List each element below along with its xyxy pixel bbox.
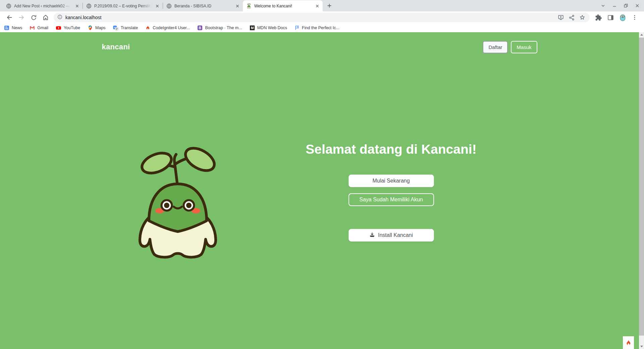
- close-window-button[interactable]: [634, 2, 641, 9]
- kancani-mascot-icon: [246, 3, 252, 9]
- start-button[interactable]: Mulai Sekarang: [348, 174, 434, 187]
- login-button[interactable]: Masuk: [511, 41, 537, 53]
- tab-title: Beranda - SIBISA.ID: [174, 4, 232, 8]
- hero-section: Selamat datang di Kancani! Mulai Sekaran…: [304, 142, 478, 242]
- tab-welcome-kancani[interactable]: Welcome to Kancani!: [243, 0, 323, 11]
- bookmark-news[interactable]: News: [4, 25, 22, 31]
- brand-logo[interactable]: kancani: [102, 43, 130, 51]
- download-icon: [369, 232, 375, 239]
- browser-tab-strip: Add New Post ‹ michaelrk02 — P.2019/09.0…: [0, 0, 644, 11]
- header-nav: Daftar Masuk: [483, 41, 537, 53]
- page-scrollbar[interactable]: [639, 32, 644, 349]
- bookmarks-bar: News Gmail YouTube Maps G Translate Code…: [0, 23, 644, 32]
- svg-text:M: M: [251, 26, 254, 30]
- url-text[interactable]: kancani.localhost: [65, 15, 554, 20]
- share-icon[interactable]: [568, 13, 576, 21]
- extensions-puzzle-icon[interactable]: [594, 13, 603, 22]
- window-controls: [600, 0, 641, 11]
- browser-toolbar: kancani.localhost: [0, 11, 644, 23]
- cta-buttons: Mulai Sekarang Saya Sudah Memiliki Akun …: [304, 174, 478, 242]
- google-news-icon: [4, 25, 9, 31]
- bootstrap-icon: B: [197, 25, 203, 31]
- forward-button[interactable]: [17, 13, 26, 22]
- side-panel-icon[interactable]: [606, 13, 615, 22]
- google-maps-icon: [88, 25, 93, 31]
- globe-icon: [6, 3, 11, 9]
- gmail-icon: [30, 25, 35, 31]
- bookmark-translate[interactable]: G Translate: [113, 25, 138, 31]
- globe-icon: [166, 3, 172, 9]
- codeigniter-debugbar-toggle[interactable]: [623, 336, 634, 349]
- gopher-extension-icon[interactable]: [618, 13, 627, 22]
- bookmark-bootstrap[interactable]: B Bootstrap · The m...: [197, 25, 242, 31]
- back-button[interactable]: [5, 13, 14, 22]
- svg-text:B: B: [199, 26, 202, 30]
- install-pwa-icon[interactable]: [557, 13, 565, 21]
- reload-button[interactable]: [29, 13, 38, 22]
- close-tab-icon[interactable]: [234, 3, 240, 9]
- tab-evoting[interactable]: P.2019/09.02 – E-voting Pemilih: [83, 0, 163, 11]
- bookmark-codeigniter[interactable]: CodeIgniter4 User...: [145, 25, 190, 31]
- site-header: kancani Daftar Masuk: [102, 32, 537, 62]
- bookmark-maps[interactable]: Maps: [88, 25, 106, 31]
- globe-icon: [86, 3, 92, 9]
- close-tab-icon[interactable]: [74, 3, 80, 9]
- install-button-label: Install Kancani: [378, 232, 413, 238]
- scroll-up-arrow[interactable]: [639, 32, 644, 37]
- tab-beranda-sibisa[interactable]: Beranda - SIBISA.ID: [163, 0, 243, 11]
- tab-add-new-post[interactable]: Add New Post ‹ michaelrk02 —: [3, 0, 83, 11]
- youtube-icon: [56, 25, 61, 31]
- scrollbar-thumb[interactable]: [639, 38, 644, 336]
- codeigniter-flame-icon: [145, 25, 150, 31]
- mdn-icon: M: [250, 25, 255, 31]
- bookmark-gmail[interactable]: Gmail: [30, 25, 48, 31]
- site-info-icon[interactable]: [57, 14, 63, 21]
- bookmark-youtube[interactable]: YouTube: [56, 25, 80, 31]
- page-viewport: kancani Daftar Masuk Selamat datang di K…: [0, 32, 644, 349]
- bookmark-star-icon[interactable]: [578, 13, 586, 21]
- kancani-mascot-illustration: [138, 145, 218, 260]
- bookmark-mdn[interactable]: M MDN Web Docs: [250, 25, 287, 31]
- scroll-down-arrow[interactable]: [639, 344, 644, 349]
- home-button[interactable]: [41, 13, 50, 22]
- tab-title: P.2019/09.02 – E-voting Pemilih: [94, 4, 152, 8]
- tab-title: Welcome to Kancani!: [254, 4, 312, 8]
- tab-title: Add New Post ‹ michaelrk02 —: [14, 4, 71, 8]
- restore-button[interactable]: [623, 2, 629, 9]
- install-button[interactable]: Install Kancani: [348, 229, 434, 242]
- close-tab-icon[interactable]: [154, 3, 160, 9]
- address-bar[interactable]: kancani.localhost: [54, 13, 590, 22]
- new-tab-button[interactable]: [325, 1, 334, 10]
- close-tab-icon[interactable]: [314, 3, 320, 9]
- tab-search-chevron-icon[interactable]: [600, 2, 606, 9]
- have-account-button[interactable]: Saya Sudah Memiliki Akun: [348, 193, 434, 206]
- codeigniter-flame-icon: [625, 339, 632, 346]
- register-button[interactable]: Daftar: [483, 41, 508, 53]
- welcome-heading: Selamat datang di Kancani!: [304, 142, 478, 157]
- bookmark-find-icon[interactable]: Find the Perfect Ic...: [294, 25, 339, 31]
- google-translate-icon: G: [113, 25, 118, 31]
- flag-icon: [294, 25, 300, 31]
- minimize-button[interactable]: [611, 2, 618, 9]
- browser-menu-icon[interactable]: [630, 13, 639, 22]
